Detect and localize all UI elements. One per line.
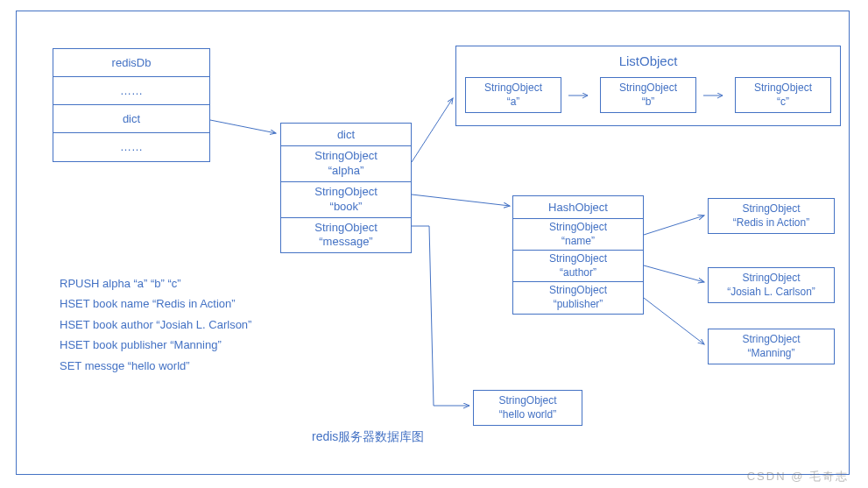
- list-item-value: “c”: [777, 95, 789, 108]
- hash-field-key: “author”: [560, 266, 596, 279]
- value-type: StringObject: [742, 202, 800, 215]
- dict-entry-value: “alpha”: [328, 164, 363, 177]
- value-text: “hello world”: [499, 408, 556, 421]
- arrow-icon: [703, 90, 728, 101]
- dict-entry-book: StringObject “book”: [281, 182, 411, 218]
- list-item-type: StringObject: [754, 81, 812, 94]
- value-type: StringObject: [742, 333, 800, 345]
- list-item-c: StringObject “c”: [735, 77, 831, 113]
- command-line: SET messge “hello world”: [60, 356, 251, 376]
- diagram-caption: redis服务器数据库图: [312, 429, 424, 445]
- list-item-b: StringObject “b”: [600, 77, 696, 113]
- value-josiah: StringObject “Josiah L. Carlson”: [708, 267, 835, 303]
- redisdb-ellipsis-1: ……: [53, 77, 209, 105]
- value-hello-world: StringObject “hello world”: [473, 390, 582, 426]
- redisdb-title: redisDb: [53, 49, 209, 77]
- dict-title: dict: [281, 124, 411, 146]
- dict-entry-type: StringObject: [314, 149, 378, 162]
- list-item-type: StringObject: [619, 81, 677, 94]
- list-item-a: StringObject “a”: [465, 77, 561, 113]
- command-line: HSET book publisher “Manning”: [60, 335, 251, 355]
- dict-entry-value: “book”: [330, 200, 363, 213]
- listobject-container: ListObject StringObject “a” StringObject…: [455, 46, 841, 126]
- list-item-value: “b”: [642, 95, 655, 108]
- dict-entry-type: StringObject: [314, 185, 378, 198]
- dict-table: dict StringObject “alpha” StringObject “…: [280, 123, 412, 253]
- value-text: “Redis in Action”: [733, 216, 809, 229]
- dict-entry-message: StringObject “message”: [281, 218, 411, 253]
- value-manning: StringObject “Manning”: [708, 329, 835, 364]
- hashobject-title: HashObject: [513, 196, 643, 219]
- listobject-title: ListObject: [465, 46, 831, 77]
- list-item-type: StringObject: [484, 81, 542, 94]
- list-item-value: “a”: [507, 95, 520, 108]
- hashobject-table: HashObject StringObject “name” StringObj…: [512, 195, 644, 315]
- dict-entry-value: “message”: [319, 235, 372, 248]
- command-line: HSET book name “Redis in Action”: [60, 294, 251, 314]
- value-text: “Manning”: [747, 347, 794, 359]
- hash-field-key: “name”: [561, 235, 595, 247]
- command-line: HSET book author “Josiah L. Carlson”: [60, 315, 251, 335]
- command-list: RPUSH alpha “a” “b” “c” HSET book name “…: [60, 273, 251, 376]
- watermark-text: CSDN @ 毛奇志: [747, 469, 849, 484]
- dict-entry-alpha: StringObject “alpha”: [281, 146, 411, 182]
- arrow-icon: [568, 90, 593, 101]
- hash-field-type: StringObject: [549, 252, 607, 265]
- value-redis-in-action: StringObject “Redis in Action”: [708, 198, 835, 234]
- command-line: RPUSH alpha “a” “b” “c”: [60, 273, 251, 294]
- value-type: StringObject: [742, 272, 800, 284]
- redisdb-dict-row: dict: [53, 105, 209, 133]
- hash-field-key: “publisher”: [554, 298, 603, 310]
- hash-field-type: StringObject: [549, 284, 607, 296]
- value-type: StringObject: [498, 394, 556, 407]
- hash-field-publisher: StringObject “publisher”: [513, 282, 643, 313]
- redisdb-ellipsis-2: ……: [53, 133, 209, 161]
- value-text: “Josiah L. Carlson”: [727, 286, 815, 298]
- hash-field-author: StringObject “author”: [513, 251, 643, 282]
- hash-field-type: StringObject: [549, 221, 607, 233]
- hash-field-name: StringObject “name”: [513, 219, 643, 251]
- dict-entry-type: StringObject: [314, 221, 378, 234]
- redisdb-table: redisDb …… dict ……: [53, 48, 210, 162]
